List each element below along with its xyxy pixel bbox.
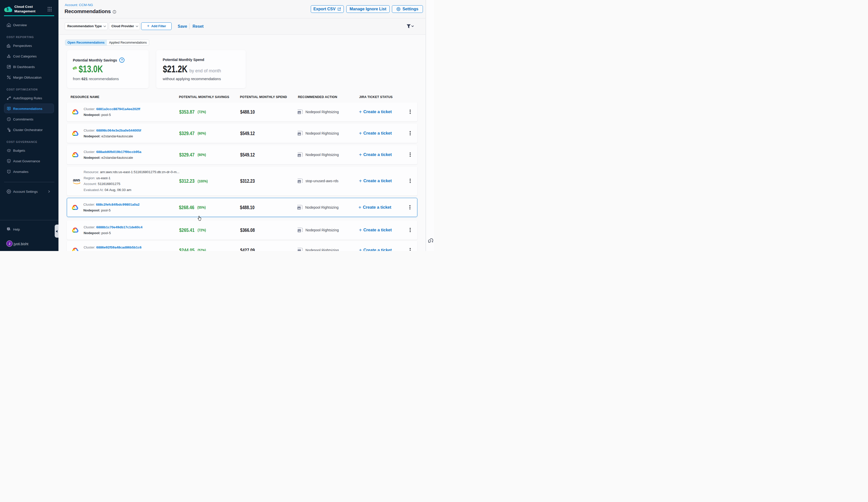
svg-text:?: ?	[121, 59, 123, 62]
svg-text:$: $	[7, 7, 9, 11]
svg-text:?: ?	[8, 228, 9, 230]
svg-text:$: $	[8, 160, 10, 162]
svg-text:$: $	[9, 149, 10, 151]
